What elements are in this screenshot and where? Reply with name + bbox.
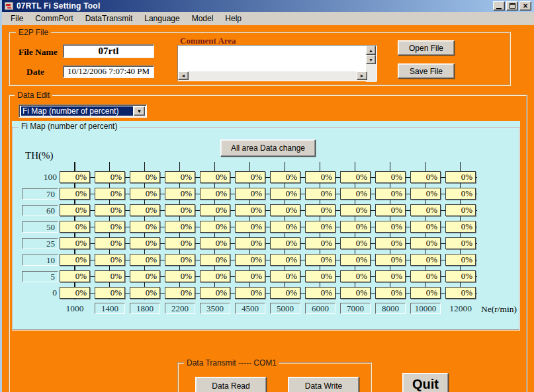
fi-map-cell-r7c0[interactable]: 0% [60, 287, 90, 299]
fi-map-cell-r1c4[interactable]: 0% [200, 188, 230, 200]
fi-map-cell-r4c2[interactable]: 0% [130, 237, 160, 249]
fi-map-cell-r6c9[interactable]: 0% [375, 270, 406, 282]
fi-map-cell-r5c10[interactable]: 0% [410, 254, 441, 266]
ne-axis-value-6000[interactable]: 6000 [305, 303, 335, 314]
fi-map-cell-r4c6[interactable]: 0% [270, 237, 300, 249]
fi-map-cell-r0c8[interactable]: 0% [340, 171, 371, 183]
fi-map-cell-r1c10[interactable]: 0% [410, 188, 441, 200]
fi-map-cell-r2c7[interactable]: 0% [305, 204, 335, 216]
fi-map-cell-r3c11[interactable]: 0% [445, 221, 476, 233]
fi-map-cell-r2c4[interactable]: 0% [200, 204, 230, 216]
fi-map-cell-r0c0[interactable]: 0% [60, 171, 90, 183]
fi-map-cell-r2c0[interactable]: 0% [60, 204, 90, 216]
fi-map-cell-r0c9[interactable]: 0% [375, 171, 406, 183]
fi-map-cell-r1c8[interactable]: 0% [340, 188, 371, 200]
ne-axis-value-7000[interactable]: 7000 [340, 303, 371, 314]
fi-map-cell-r6c7[interactable]: 0% [305, 270, 335, 282]
comment-horizontal-scrollbar[interactable]: ◄ ► [178, 71, 367, 81]
th-axis-value-25[interactable]: 25 [22, 238, 58, 249]
open-file-button[interactable]: Open File [398, 40, 455, 56]
minimize-button[interactable] [493, 1, 505, 11]
fi-map-cell-r2c6[interactable]: 0% [270, 204, 300, 216]
data-edit-dropdown[interactable]: Fi Map (number of percent) ▼ [19, 104, 147, 118]
fi-map-cell-r6c11[interactable]: 0% [445, 270, 476, 282]
ne-axis-value-5000[interactable]: 5000 [270, 303, 300, 314]
fi-map-cell-r3c5[interactable]: 0% [235, 221, 265, 233]
fi-map-cell-r6c5[interactable]: 0% [235, 270, 265, 282]
comment-vertical-scrollbar[interactable]: ▲ ▼ [366, 46, 377, 82]
fi-map-cell-r1c1[interactable]: 0% [95, 188, 125, 200]
fi-map-cell-r2c10[interactable]: 0% [410, 204, 441, 216]
fi-map-cell-r3c7[interactable]: 0% [305, 221, 335, 233]
fi-map-cell-r7c1[interactable]: 0% [95, 287, 125, 299]
fi-map-cell-r3c6[interactable]: 0% [270, 221, 300, 233]
fi-map-cell-r6c4[interactable]: 0% [200, 270, 230, 282]
fi-map-cell-r2c2[interactable]: 0% [130, 204, 160, 216]
fi-map-cell-r0c5[interactable]: 0% [235, 171, 265, 183]
fi-map-cell-r6c10[interactable]: 0% [410, 270, 441, 282]
fi-map-cell-r1c2[interactable]: 0% [130, 188, 160, 200]
th-axis-value-70[interactable]: 70 [22, 188, 58, 200]
fi-map-cell-r4c10[interactable]: 0% [410, 237, 441, 249]
app-icon[interactable] [5, 2, 13, 10]
fi-map-cell-r7c7[interactable]: 0% [305, 287, 335, 299]
fi-map-cell-r4c9[interactable]: 0% [375, 237, 406, 249]
fi-map-cell-r5c7[interactable]: 0% [305, 254, 335, 266]
data-write-button[interactable]: Data Write [288, 377, 359, 392]
th-axis-value-5[interactable]: 5 [22, 271, 58, 282]
fi-map-cell-r3c8[interactable]: 0% [340, 221, 371, 233]
menu-datatransmit[interactable]: DataTransmit [79, 13, 139, 25]
ne-axis-value-8000[interactable]: 8000 [375, 303, 406, 314]
fi-map-cell-r2c5[interactable]: 0% [235, 204, 265, 216]
menu-language[interactable]: Language [138, 13, 185, 25]
fi-map-cell-r0c11[interactable]: 0% [445, 171, 476, 183]
scroll-up-button[interactable]: ▲ [366, 46, 376, 55]
dropdown-button[interactable]: ▼ [134, 106, 145, 116]
data-read-button[interactable]: Data Read [195, 377, 267, 392]
fi-map-cell-r5c5[interactable]: 0% [235, 254, 265, 266]
fi-map-cell-r5c0[interactable]: 0% [60, 254, 90, 266]
fi-map-cell-r7c10[interactable]: 0% [410, 287, 441, 299]
fi-map-cell-r7c4[interactable]: 0% [200, 287, 230, 299]
scroll-down-button[interactable]: ▼ [366, 55, 376, 64]
fi-map-cell-r5c8[interactable]: 0% [340, 254, 371, 266]
fi-map-cell-r6c1[interactable]: 0% [95, 270, 125, 282]
date-field[interactable]: 10/12/2006 7:07:40 PM [63, 65, 154, 78]
fi-map-cell-r0c6[interactable]: 0% [270, 171, 300, 183]
fi-map-cell-r4c4[interactable]: 0% [200, 237, 230, 249]
fi-map-cell-r5c3[interactable]: 0% [165, 254, 195, 266]
fi-map-cell-r0c3[interactable]: 0% [165, 171, 195, 183]
fi-map-cell-r7c2[interactable]: 0% [130, 287, 160, 299]
ne-axis-value-1800[interactable]: 1800 [130, 303, 160, 314]
menu-help[interactable]: Help [219, 13, 247, 25]
fi-map-cell-r7c3[interactable]: 0% [165, 287, 195, 299]
fi-map-cell-r7c11[interactable]: 0% [445, 287, 476, 299]
fi-map-cell-r6c3[interactable]: 0% [165, 270, 195, 282]
fi-map-cell-r5c9[interactable]: 0% [375, 254, 406, 266]
fi-map-cell-r0c1[interactable]: 0% [95, 171, 125, 183]
fi-map-cell-r6c2[interactable]: 0% [130, 270, 160, 282]
comment-textarea[interactable] [178, 46, 367, 73]
fi-map-cell-r1c3[interactable]: 0% [165, 188, 195, 200]
fi-map-cell-r1c11[interactable]: 0% [445, 188, 476, 200]
th-axis-value-10[interactable]: 10 [22, 255, 58, 266]
scroll-right-button[interactable]: ► [357, 71, 367, 80]
menu-commport[interactable]: CommPort [29, 13, 79, 25]
fi-map-cell-r5c4[interactable]: 0% [200, 254, 230, 266]
fi-map-cell-r1c7[interactable]: 0% [305, 188, 335, 200]
fi-map-cell-r2c11[interactable]: 0% [445, 204, 476, 216]
fi-map-cell-r2c3[interactable]: 0% [165, 204, 195, 216]
th-axis-value-60[interactable]: 60 [22, 205, 58, 216]
fi-map-cell-r0c10[interactable]: 0% [410, 171, 441, 183]
close-button[interactable]: × [519, 1, 531, 11]
fi-map-cell-r0c7[interactable]: 0% [305, 171, 335, 183]
ne-axis-value-2200[interactable]: 2200 [165, 303, 195, 314]
ne-axis-value-10000[interactable]: 10000 [410, 303, 441, 314]
fi-map-cell-r5c2[interactable]: 0% [130, 254, 160, 266]
fi-map-cell-r7c9[interactable]: 0% [375, 287, 406, 299]
fi-map-cell-r6c6[interactable]: 0% [270, 270, 300, 282]
fi-map-cell-r2c1[interactable]: 0% [95, 204, 125, 216]
file-name-field[interactable]: 07rtl [63, 44, 154, 58]
fi-map-cell-r5c11[interactable]: 0% [445, 254, 476, 266]
all-area-data-change-button[interactable]: All area Data change [220, 139, 316, 157]
